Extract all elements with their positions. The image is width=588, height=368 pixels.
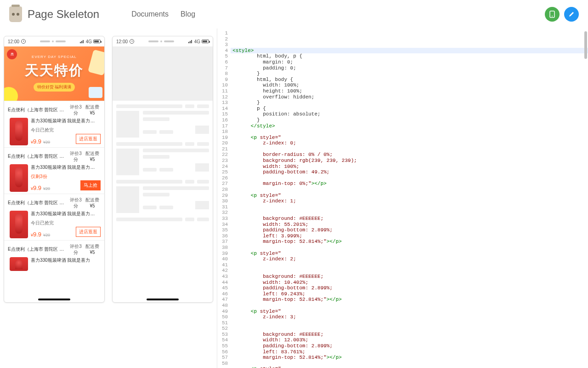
signal-icon <box>188 40 193 43</box>
enter-store-button[interactable]: 进店逛逛 <box>76 227 101 237</box>
phone-preview-skeleton: 12:00 4G <box>112 36 213 303</box>
banner-badge-icon: 惠 <box>7 49 17 59</box>
product-image <box>10 118 28 145</box>
skeleton-banner <box>113 46 213 101</box>
banner-subtitle: EVERY DAY SPECIAL <box>32 55 77 59</box>
scrollbar[interactable] <box>584 31 587 59</box>
nav: Documents Blog <box>131 10 195 18</box>
product-image <box>10 257 28 271</box>
store-name: E点便利（上海市 普陀区 真… <box>8 107 68 113</box>
clock-icon <box>21 39 26 44</box>
banner-title: 天天特价 <box>4 46 104 80</box>
logo-icon <box>9 6 22 22</box>
product-title: 喜力330瓶装啤酒 我就是喜力… <box>31 118 101 124</box>
header: Page Skeleton Documents Blog <box>0 0 588 29</box>
promo-banner[interactable]: 惠 EVERY DAY SPECIAL 天天特价 特价好货 福利满满 <box>4 46 104 101</box>
battery-icon <box>202 40 209 43</box>
nav-documents[interactable]: Documents <box>131 10 169 18</box>
main: 12:00 4G 惠 EVERY DAY SPECIAL 天天特价 特价好货 福… <box>0 29 588 368</box>
buy-now-button[interactable]: 马上抢 <box>80 180 101 190</box>
status-time: 12:00 <box>8 39 19 44</box>
device-preview-button[interactable] <box>545 7 560 22</box>
phone-preview-original: 12:00 4G 惠 EVERY DAY SPECIAL 天天特价 特价好货 福… <box>4 36 105 303</box>
product-image <box>10 211 28 238</box>
battery-icon <box>93 40 101 43</box>
nav-blog[interactable]: Blog <box>181 10 195 18</box>
skeleton-image <box>116 111 139 138</box>
status-bar: 12:00 4G <box>113 36 213 46</box>
enter-store-button[interactable]: 进店逛逛 <box>76 134 101 144</box>
code-editor[interactable]: 1234567891011121314151617181920212223242… <box>217 29 588 368</box>
logo[interactable]: Page Skeleton <box>9 6 99 22</box>
home-indicator <box>147 299 179 300</box>
edit-button[interactable] <box>564 7 579 22</box>
svg-point-1 <box>552 16 553 17</box>
code-content[interactable]: <style> html, body, p { margin: 0; paddi… <box>231 29 588 368</box>
home-indicator <box>38 299 70 300</box>
product-status: 仅剩3份 <box>31 173 101 180</box>
status-bar: 12:00 4G <box>4 36 104 46</box>
skeleton-image <box>116 149 139 175</box>
product-image <box>10 164 28 192</box>
banner-tag: 特价好货 福利满满 <box>34 83 75 92</box>
product-status: 今日已抢完 <box>31 127 101 133</box>
gutter: 1234567891011121314151617181920212223242… <box>217 29 231 368</box>
app-title: Page Skeleton <box>28 8 99 21</box>
signal-icon <box>80 40 85 43</box>
network-label: 4G <box>86 39 92 44</box>
skeleton-image <box>116 186 139 213</box>
clock-icon <box>130 39 134 44</box>
